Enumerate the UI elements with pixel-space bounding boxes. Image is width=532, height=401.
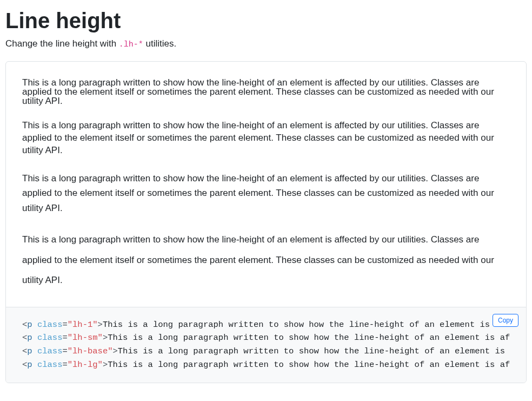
inline-code: .lh-*: [119, 40, 143, 49]
example-container: This is a long paragraph written to show…: [5, 61, 527, 383]
sample-paragraph-lh-1: This is a long paragraph written to show…: [22, 78, 510, 106]
sample-paragraph-lh-lg: This is a long paragraph written to show…: [22, 229, 510, 290]
example-preview: This is a long paragraph written to show…: [6, 62, 526, 307]
code-pre: <p class="lh-1">This is a long paragraph…: [22, 318, 510, 372]
code-block: Copy <p class="lh-1">This is a long para…: [6, 307, 526, 383]
sample-paragraph-lh-base: This is a long paragraph written to show…: [22, 171, 510, 216]
lead-before: Change the line height with: [5, 38, 119, 49]
lead-after: utilities.: [143, 38, 176, 49]
page-title: Line height: [5, 9, 527, 33]
sample-paragraph-lh-sm: This is a long paragraph written to show…: [22, 120, 510, 157]
copy-button[interactable]: Copy: [493, 314, 518, 327]
lead-text: Change the line height with .lh-* utilit…: [5, 38, 527, 49]
